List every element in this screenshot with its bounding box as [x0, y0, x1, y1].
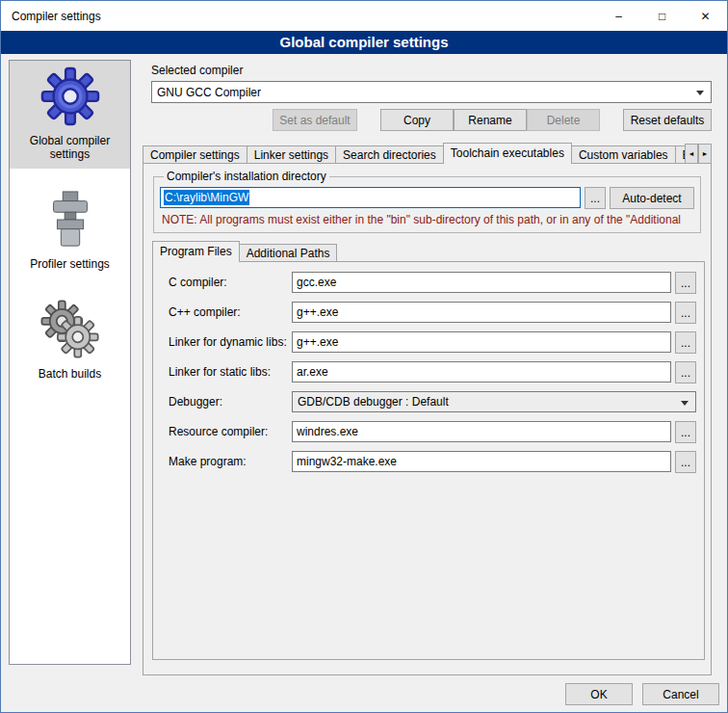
subtab-program-files[interactable]: Program Files — [152, 241, 240, 262]
spacer — [600, 109, 623, 131]
main-content: Selected compiler GNU GCC Compiler Set a… — [142, 54, 713, 712]
field-row: Linker for dynamic libs: ... — [169, 331, 696, 353]
debugger-select[interactable]: GDB/CDB debugger : Default — [292, 391, 696, 412]
static-linker-input[interactable] — [292, 361, 671, 383]
copy-button[interactable]: Copy — [380, 109, 454, 131]
chevron-down-icon — [681, 401, 689, 406]
sidebar-item-batch-builds[interactable]: Batch builds — [10, 294, 130, 388]
tab-toolchain-executables[interactable]: Toolchain executables — [443, 143, 572, 164]
cpp-compiler-browse-button[interactable]: ... — [675, 302, 696, 324]
field-row: Resource compiler: ... — [169, 421, 696, 442]
field-row: C compiler: ... — [169, 272, 696, 293]
tab-scroll-left-button[interactable]: ◄ — [685, 144, 698, 164]
field-row: Debugger: GDB/CDB debugger : Default — [169, 391, 696, 412]
ok-button[interactable]: OK — [565, 683, 633, 705]
field-row: Linker for static libs: ... — [169, 361, 696, 383]
install-dir-group-title: Compiler's installation directory — [164, 170, 329, 183]
field-row: Make program: ... — [169, 451, 696, 472]
window-title: Compiler settings — [1, 10, 597, 23]
debugger-label: Debugger: — [169, 391, 292, 412]
rename-button[interactable]: Rename — [454, 109, 527, 131]
titlebar: Compiler settings – □ ✕ — [1, 1, 727, 31]
install-dir-input[interactable]: C:\raylib\MinGW — [160, 187, 581, 208]
compiler-select-value: GNU GCC Compiler — [157, 86, 261, 99]
c-compiler-browse-button[interactable]: ... — [675, 272, 696, 294]
selected-compiler-label: Selected compiler — [151, 64, 243, 77]
set-as-default-button[interactable]: Set as default — [273, 109, 357, 131]
install-dir-note: NOTE: All programs must exist either in … — [160, 208, 694, 231]
static-linker-label: Linker for static libs: — [169, 361, 292, 383]
sidebar-item-global-compiler-settings[interactable]: Global compiler settings — [10, 61, 130, 169]
static-linker-browse-button[interactable]: ... — [675, 361, 696, 383]
close-button[interactable]: ✕ — [684, 1, 727, 31]
toolchain-executables-panel: Compiler's installation directory C:\ray… — [143, 163, 712, 675]
subtab-additional-paths[interactable]: Additional Paths — [239, 244, 338, 262]
cpp-compiler-label: C++ compiler: — [169, 302, 292, 323]
make-program-label: Make program: — [169, 451, 292, 472]
tab-build-options[interactable]: Builc — [675, 145, 685, 164]
cpp-compiler-input[interactable] — [292, 302, 671, 323]
tabs-view: Compiler settings Linker settings Search… — [143, 143, 685, 164]
settings-sidebar: Global compiler settings Profiler settin… — [9, 60, 131, 665]
make-program-browse-button[interactable]: ... — [675, 451, 696, 473]
chevron-down-icon — [696, 91, 704, 95]
c-compiler-label: C compiler: — [169, 272, 292, 293]
spacer — [357, 109, 380, 131]
program-files-panel: C compiler: ... C++ compiler: ... Linker… — [152, 261, 705, 660]
install-dir-value: C:\raylib\MinGW — [164, 190, 249, 205]
dynamic-linker-input[interactable] — [292, 331, 671, 353]
install-dir-row: C:\raylib\MinGW ... Auto-detect — [160, 187, 694, 208]
auto-detect-button[interactable]: Auto-detect — [610, 187, 694, 209]
window-controls: – □ ✕ — [597, 1, 727, 31]
tab-search-directories[interactable]: Search directories — [335, 145, 444, 164]
compiler-actions: Set as default Copy Rename Delete Reset … — [151, 109, 712, 131]
delete-button[interactable]: Delete — [527, 109, 600, 131]
field-row: C++ compiler: ... — [169, 302, 696, 323]
dialog-header-title: Global compiler settings — [1, 31, 727, 54]
dialog-body: Global compiler settings Profiler settin… — [1, 54, 727, 712]
dialog-footer: OK Cancel — [565, 683, 719, 705]
make-program-input[interactable] — [292, 451, 671, 472]
install-dir-browse-button[interactable]: ... — [585, 187, 606, 209]
sidebar-item-label: Profiler settings — [12, 257, 128, 271]
compiler-settings-window: Compiler settings – □ ✕ Global compiler … — [0, 0, 728, 713]
minimize-button[interactable]: – — [597, 1, 640, 31]
dynamic-linker-label: Linker for dynamic libs: — [169, 331, 292, 353]
tab-compiler-settings[interactable]: Compiler settings — [143, 145, 247, 164]
sidebar-item-profiler-settings[interactable]: Profiler settings — [10, 184, 130, 278]
sidebar-item-label: Global compiler settings — [12, 134, 128, 161]
debugger-select-value: GDB/CDB debugger : Default — [298, 395, 449, 409]
resource-compiler-label: Resource compiler: — [169, 421, 292, 442]
resource-compiler-browse-button[interactable]: ... — [675, 421, 696, 443]
program-files-tabstrip: Program Files Additional Paths — [152, 241, 711, 262]
tab-linker-settings[interactable]: Linker settings — [247, 145, 336, 164]
compiler-select[interactable]: GNU GCC Compiler — [151, 81, 712, 103]
tab-scroll-controls: ◄ ► — [685, 144, 712, 164]
dynamic-linker-browse-button[interactable]: ... — [675, 331, 696, 354]
install-dir-group: Compiler's installation directory C:\ray… — [153, 170, 701, 233]
tab-scroll-right-button[interactable]: ► — [698, 144, 712, 164]
compiler-tabstrip: Compiler settings Linker settings Search… — [143, 143, 712, 164]
resource-compiler-input[interactable] — [292, 421, 671, 442]
gear-icon — [40, 66, 100, 126]
profiler-tool-icon — [42, 190, 98, 250]
cancel-button[interactable]: Cancel — [642, 683, 719, 705]
c-compiler-input[interactable] — [292, 272, 671, 293]
reset-defaults-button[interactable]: Reset defaults — [623, 109, 712, 131]
sidebar-item-label: Batch builds — [12, 367, 128, 381]
tab-custom-variables[interactable]: Custom variables — [571, 145, 676, 164]
maximize-button[interactable]: □ — [640, 1, 684, 31]
gears-stack-icon — [40, 300, 100, 359]
